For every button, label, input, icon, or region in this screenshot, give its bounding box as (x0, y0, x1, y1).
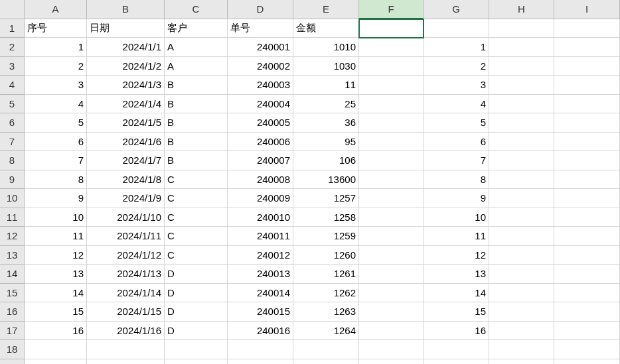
row-header-13[interactable]: 13 (0, 246, 25, 265)
col-header-C[interactable]: C (165, 0, 228, 19)
col-header-D[interactable]: D (228, 0, 293, 19)
cell-E16[interactable]: 1263 (293, 302, 359, 322)
cell-C4[interactable]: B (165, 76, 228, 95)
cell-A18[interactable] (25, 340, 87, 359)
cell-G17[interactable]: 16 (424, 322, 489, 341)
cell-D10[interactable]: 240009 (228, 189, 293, 208)
row-header-5[interactable]: 5 (0, 95, 25, 114)
cell-E3[interactable]: 1030 (293, 57, 359, 76)
cell-A17[interactable]: 16 (25, 322, 87, 341)
cell-B13[interactable]: 2024/1/12 (87, 246, 165, 265)
cell-H13[interactable] (489, 246, 554, 265)
cell-I3[interactable] (554, 57, 620, 76)
cell-F2[interactable] (359, 38, 424, 57)
cell-F15[interactable] (359, 284, 424, 303)
cell-B12[interactable]: 2024/1/11 (87, 227, 165, 246)
cell-B15[interactable]: 2024/1/14 (87, 284, 165, 303)
cell-G12[interactable]: 11 (424, 227, 489, 246)
cell-I7[interactable] (554, 133, 620, 152)
cell-F7[interactable] (359, 133, 424, 152)
cell-G18[interactable] (424, 340, 489, 359)
cell-D14[interactable]: 240013 (228, 265, 293, 284)
cell-F11[interactable] (359, 208, 424, 227)
cell-B3[interactable]: 2024/1/2 (87, 57, 165, 76)
row-header-10[interactable]: 10 (0, 189, 25, 208)
row-header-6[interactable]: 6 (0, 113, 25, 133)
cell-E2[interactable]: 1010 (293, 38, 359, 57)
cell-I13[interactable] (554, 246, 620, 265)
cell-C1[interactable]: 客户 (165, 19, 228, 38)
cell-E18[interactable] (293, 340, 359, 359)
cell-H11[interactable] (489, 208, 554, 227)
cell-F6[interactable] (359, 113, 424, 133)
cell-G4[interactable]: 3 (424, 76, 489, 95)
cell-F14[interactable] (359, 265, 424, 284)
cell-F4[interactable] (359, 76, 424, 95)
row-header-4[interactable]: 4 (0, 76, 25, 95)
cell-H18[interactable] (489, 340, 554, 359)
cell-A1[interactable]: 序号 (25, 19, 87, 38)
cell-A13[interactable]: 12 (25, 246, 87, 265)
cell-D5[interactable]: 240004 (228, 95, 293, 114)
cell-C11[interactable]: C (165, 208, 228, 227)
cell-G14[interactable]: 13 (424, 265, 489, 284)
cell-I10[interactable] (554, 189, 620, 208)
row-header-11[interactable]: 11 (0, 208, 25, 227)
cell-D15[interactable]: 240014 (228, 284, 293, 303)
select-all-corner[interactable] (0, 0, 25, 19)
cell-F12[interactable] (359, 227, 424, 246)
cell-F19[interactable] (359, 359, 424, 365)
cell-C15[interactable]: D (165, 284, 228, 303)
cell-E4[interactable]: 11 (293, 76, 359, 95)
cell-H7[interactable] (489, 133, 554, 152)
cell-A12[interactable]: 11 (25, 227, 87, 246)
row-header-17[interactable]: 17 (0, 322, 25, 341)
cell-I14[interactable] (554, 265, 620, 284)
cell-C17[interactable]: D (165, 322, 228, 341)
cell-I4[interactable] (554, 76, 620, 95)
cell-G16[interactable]: 15 (424, 302, 489, 322)
cell-I1[interactable] (554, 19, 620, 38)
cell-A3[interactable]: 2 (25, 57, 87, 76)
cell-A6[interactable]: 5 (25, 113, 87, 133)
cell-D3[interactable]: 240002 (228, 57, 293, 76)
cell-G5[interactable]: 4 (424, 95, 489, 114)
cell-I17[interactable] (554, 322, 620, 341)
cell-G3[interactable]: 2 (424, 57, 489, 76)
spreadsheet-grid[interactable]: ABCDEFGHI1序号日期客户单号金额212024/1/1A240001101… (0, 0, 620, 364)
cell-A9[interactable]: 8 (25, 170, 87, 190)
cell-D1[interactable]: 单号 (228, 19, 293, 38)
col-header-A[interactable]: A (25, 0, 87, 19)
cell-B2[interactable]: 2024/1/1 (87, 38, 165, 57)
cell-D12[interactable]: 240011 (228, 227, 293, 246)
cell-F1[interactable] (359, 19, 424, 38)
cell-G11[interactable]: 10 (424, 208, 489, 227)
cell-B9[interactable]: 2024/1/8 (87, 170, 165, 190)
cell-F10[interactable] (359, 189, 424, 208)
cell-D6[interactable]: 240005 (228, 113, 293, 133)
cell-D9[interactable]: 240008 (228, 170, 293, 190)
cell-I11[interactable] (554, 208, 620, 227)
cell-H5[interactable] (489, 95, 554, 114)
cell-B4[interactable]: 2024/1/3 (87, 76, 165, 95)
cell-C19[interactable] (165, 359, 228, 365)
cell-E5[interactable]: 25 (293, 95, 359, 114)
cell-I15[interactable] (554, 284, 620, 303)
cell-B7[interactable]: 2024/1/6 (87, 133, 165, 152)
cell-H1[interactable] (489, 19, 554, 38)
cell-G6[interactable]: 5 (424, 113, 489, 133)
cell-D7[interactable]: 240006 (228, 133, 293, 152)
cell-G2[interactable]: 1 (424, 38, 489, 57)
cell-I19[interactable] (554, 359, 620, 365)
cell-A4[interactable]: 3 (25, 76, 87, 95)
cell-F13[interactable] (359, 246, 424, 265)
cell-A7[interactable]: 6 (25, 133, 87, 152)
row-header-9[interactable]: 9 (0, 170, 25, 190)
cell-G9[interactable]: 8 (424, 170, 489, 190)
cell-D16[interactable]: 240015 (228, 302, 293, 322)
cell-B19[interactable] (87, 359, 165, 365)
cell-F16[interactable] (359, 302, 424, 322)
cell-G19[interactable] (424, 359, 489, 365)
cell-E14[interactable]: 1261 (293, 265, 359, 284)
cell-H16[interactable] (489, 302, 554, 322)
